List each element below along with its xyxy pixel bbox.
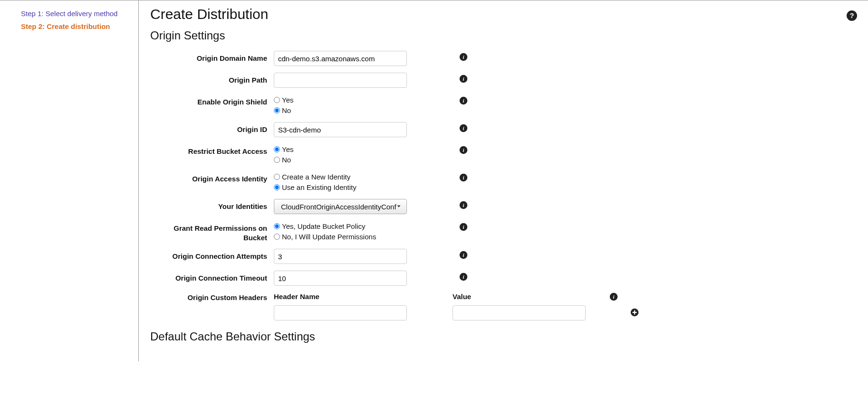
info-icon[interactable]: i bbox=[459, 146, 468, 156]
svg-text:i: i bbox=[463, 203, 464, 208]
row-custom-headers-inputs bbox=[150, 305, 854, 320]
label-origin-domain: Origin Domain Name bbox=[150, 51, 274, 63]
label-custom-headers: Origin Custom Headers bbox=[150, 292, 274, 301]
info-icon[interactable]: i bbox=[459, 201, 468, 211]
col-header-name: Header Name bbox=[274, 292, 453, 301]
label-conn-timeout: Origin Connection Timeout bbox=[150, 271, 274, 283]
info-icon[interactable]: i bbox=[459, 273, 468, 283]
label-oai: Origin Access Identity bbox=[150, 171, 274, 184]
label-grant-read: Grant Read Permissions on Bucket bbox=[150, 221, 274, 242]
select-identities[interactable]: CloudFrontOriginAccessIdentityConf bbox=[274, 199, 407, 214]
row-custom-headers-heading: Origin Custom Headers Header Name Value … bbox=[150, 292, 854, 302]
label-restrict-bucket: Restrict Bucket Access bbox=[150, 144, 274, 156]
row-oai: Origin Access Identity Create a New Iden… bbox=[150, 171, 854, 192]
main-panel: ? Create Distribution Origin Settings Or… bbox=[139, 0, 868, 361]
step-1-link[interactable]: Step 1: Select delivery method bbox=[21, 7, 130, 20]
input-conn-attempts[interactable] bbox=[274, 249, 407, 264]
svg-text:i: i bbox=[463, 175, 464, 180]
page-title: Create Distribution bbox=[150, 6, 854, 22]
svg-text:i: i bbox=[613, 294, 615, 300]
row-origin-domain: Origin Domain Name i bbox=[150, 51, 854, 66]
svg-text:i: i bbox=[463, 225, 464, 230]
row-grant-read: Grant Read Permissions on Bucket Yes, Up… bbox=[150, 221, 854, 242]
add-header-button[interactable] bbox=[630, 311, 639, 318]
section-cache-behavior: Default Cache Behavior Settings bbox=[150, 330, 854, 343]
row-origin-path: Origin Path i bbox=[150, 73, 854, 88]
radio-grant-yes[interactable]: Yes, Update Bucket Policy bbox=[274, 221, 459, 231]
svg-text:i: i bbox=[463, 55, 464, 60]
input-origin-id[interactable] bbox=[274, 122, 407, 137]
row-identities: Your Identities CloudFrontOriginAccessId… bbox=[150, 199, 854, 214]
info-icon[interactable]: i bbox=[609, 295, 618, 302]
label-origin-id: Origin ID bbox=[150, 122, 274, 134]
chevron-down-icon bbox=[396, 203, 402, 211]
label-origin-path: Origin Path bbox=[150, 73, 274, 85]
label-identities: Your Identities bbox=[150, 199, 274, 211]
radio-oai-create[interactable]: Create a New Identity bbox=[274, 171, 459, 182]
help-button[interactable]: ? bbox=[846, 10, 858, 23]
col-header-value: Value bbox=[453, 292, 595, 301]
input-header-value[interactable] bbox=[453, 305, 586, 320]
input-origin-path[interactable] bbox=[274, 73, 407, 88]
row-restrict-bucket: Restrict Bucket Access Yes No i bbox=[150, 144, 854, 165]
svg-rect-26 bbox=[633, 311, 637, 312]
label-conn-attempts: Origin Connection Attempts bbox=[150, 249, 274, 261]
svg-text:i: i bbox=[463, 274, 464, 280]
info-icon[interactable]: i bbox=[459, 96, 468, 106]
radio-shield-yes[interactable]: Yes bbox=[274, 94, 459, 105]
radio-restrict-yes[interactable]: Yes bbox=[274, 144, 459, 154]
radio-shield-no[interactable]: No bbox=[274, 105, 459, 115]
svg-text:i: i bbox=[463, 98, 464, 104]
section-origin-settings: Origin Settings bbox=[150, 29, 854, 42]
info-icon[interactable]: i bbox=[459, 251, 468, 261]
row-conn-timeout: Origin Connection Timeout i bbox=[150, 271, 854, 286]
svg-text:i: i bbox=[463, 253, 464, 258]
input-origin-domain[interactable] bbox=[274, 51, 407, 66]
info-icon[interactable]: i bbox=[459, 124, 468, 134]
info-icon[interactable]: i bbox=[459, 53, 468, 63]
svg-text:i: i bbox=[463, 148, 464, 153]
app-root: Step 1: Select delivery method Step 2: C… bbox=[0, 0, 868, 361]
row-origin-id: Origin ID i bbox=[150, 122, 854, 137]
svg-text:?: ? bbox=[849, 11, 854, 19]
row-enable-shield: Enable Origin Shield Yes No i bbox=[150, 94, 854, 115]
step-2-active[interactable]: Step 2: Create distribution bbox=[21, 20, 130, 33]
svg-text:i: i bbox=[463, 126, 464, 131]
radio-grant-no[interactable]: No, I Will Update Permissions bbox=[274, 231, 459, 242]
radio-oai-use[interactable]: Use an Existing Identity bbox=[274, 182, 459, 192]
row-conn-attempts: Origin Connection Attempts i bbox=[150, 249, 854, 264]
info-icon[interactable]: i bbox=[459, 173, 468, 183]
label-enable-shield: Enable Origin Shield bbox=[150, 94, 274, 107]
wizard-sidebar: Step 1: Select delivery method Step 2: C… bbox=[0, 0, 139, 361]
info-icon[interactable]: i bbox=[459, 75, 468, 85]
info-icon[interactable]: i bbox=[459, 223, 468, 233]
input-conn-timeout[interactable] bbox=[274, 271, 407, 286]
svg-text:i: i bbox=[463, 76, 464, 82]
input-header-name[interactable] bbox=[274, 305, 407, 320]
radio-restrict-no[interactable]: No bbox=[274, 154, 459, 165]
